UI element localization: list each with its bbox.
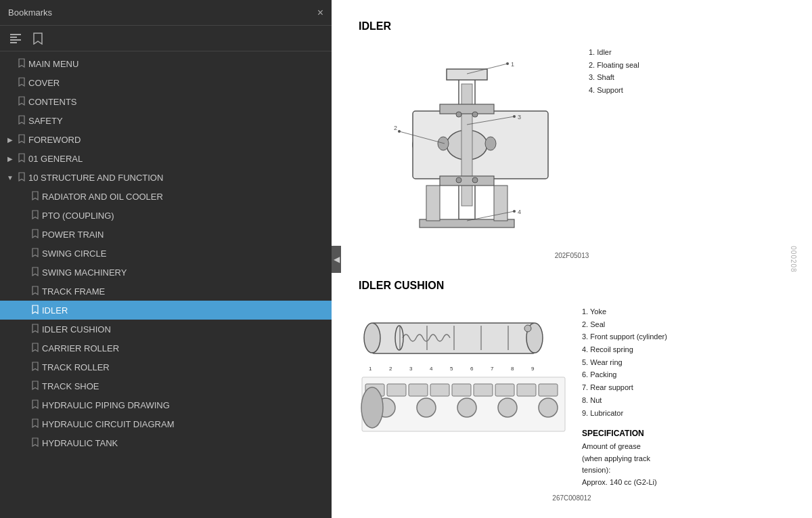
bookmark-label-contents: CONTENTS bbox=[28, 97, 77, 107]
bookmark-label-radiator: RADIATOR AND OIL COOLER bbox=[42, 192, 163, 202]
svg-text:4: 4 bbox=[518, 209, 521, 215]
idler-diagram: 1 2 3 4 bbox=[359, 43, 575, 246]
idler-diagram-container: 1 2 3 4 1. Idler 2. Floating seal 3. Sha… bbox=[359, 43, 785, 246]
svg-rect-0 bbox=[10, 34, 21, 35]
bookmark-flag-icon bbox=[31, 210, 39, 221]
bookmark-item-10-structure[interactable]: 10 STRUCTURE AND FUNCTION bbox=[0, 168, 332, 187]
bookmark-label-track-shoe: TRACK SHOE bbox=[42, 381, 99, 391]
expand-arrow-10-structure[interactable] bbox=[5, 173, 15, 182]
bookmark-flag-icon bbox=[31, 418, 39, 430]
cushion-legend-item-2: 2. Seal bbox=[582, 318, 667, 331]
bookmark-flag-icon bbox=[31, 381, 39, 392]
panel-toggle-button[interactable]: ◀ bbox=[332, 246, 341, 273]
bookmark-label-hydraulic-piping: HYDRAULIC PIPING DRAWING bbox=[42, 400, 170, 410]
svg-rect-10 bbox=[461, 84, 472, 206]
bookmark-flag-icon bbox=[31, 437, 39, 449]
svg-rect-50 bbox=[452, 384, 471, 396]
svg-rect-12 bbox=[440, 176, 494, 186]
svg-point-29 bbox=[513, 115, 516, 118]
idler-legend: 1. Idler 2. Floating seal 3. Shaft 4. Su… bbox=[589, 43, 639, 246]
svg-point-58 bbox=[498, 398, 517, 417]
bookmark-item-hydraulic-tank[interactable]: HYDRAULIC TANK bbox=[0, 433, 332, 452]
bookmark-item-hydraulic-piping[interactable]: HYDRAULIC PIPING DRAWING bbox=[0, 395, 332, 414]
bookmark-item-cover[interactable]: COVER bbox=[0, 73, 332, 92]
cushion-legend-item-6: 6. Packing bbox=[582, 368, 667, 381]
svg-text:2: 2 bbox=[389, 366, 392, 372]
bookmark-item-power-train[interactable]: POWER TRAIN bbox=[0, 225, 332, 244]
bookmark-item-hydraulic-circuit[interactable]: HYDRAULIC CIRCUIT DIAGRAM bbox=[0, 414, 332, 433]
svg-point-44 bbox=[524, 325, 531, 332]
bookmark-flag-icon bbox=[18, 96, 26, 108]
bookmark-flag-icon bbox=[18, 58, 26, 70]
bookmark-flag-icon bbox=[31, 305, 39, 316]
svg-rect-2 bbox=[10, 39, 21, 41]
bookmark-label-foreword: FOREWORD bbox=[28, 135, 81, 145]
bookmark-view-button[interactable] bbox=[30, 31, 46, 46]
spec-title: SPECIFICATION bbox=[582, 429, 667, 438]
svg-text:2: 2 bbox=[394, 125, 397, 131]
list-icon bbox=[9, 33, 22, 45]
bookmarks-list: MAIN MENU COVER CONTENTS SAFETY FOREWORD… bbox=[0, 51, 332, 518]
svg-rect-40 bbox=[453, 326, 455, 350]
svg-text:8: 8 bbox=[511, 366, 514, 372]
bookmark-item-contents[interactable]: CONTENTS bbox=[0, 92, 332, 111]
cushion-legend-item-9: 9. Lubricator bbox=[582, 407, 667, 420]
svg-text:4: 4 bbox=[430, 366, 433, 372]
idler-section: IDLER bbox=[359, 20, 785, 259]
expand-arrow-01-general[interactable] bbox=[5, 154, 15, 163]
svg-rect-3 bbox=[10, 42, 17, 43]
svg-point-60 bbox=[361, 387, 383, 428]
idler-cushion-diagram-container: 1 2 3 4 5 6 7 8 9 1. Yoke 2. Seal 3. Fro… bbox=[359, 303, 785, 489]
svg-rect-15 bbox=[494, 186, 508, 221]
idler-caption: 202F05013 bbox=[359, 252, 785, 259]
svg-point-21 bbox=[472, 177, 478, 183]
specification-box: SPECIFICATION Amount of grease(when appl… bbox=[582, 429, 667, 488]
bookmark-item-pto[interactable]: PTO (COUPLING) bbox=[0, 206, 332, 225]
idler-cushion-caption: 267C008012 bbox=[359, 494, 785, 502]
bookmark-item-track-frame[interactable]: TRACK FRAME bbox=[0, 282, 332, 301]
svg-point-57 bbox=[457, 398, 476, 417]
bookmark-flag-icon bbox=[31, 229, 39, 240]
bookmark-flag-icon bbox=[31, 324, 39, 335]
bookmark-label-carrier-roller: CARRIER ROLLER bbox=[42, 343, 119, 353]
svg-rect-11 bbox=[440, 104, 494, 114]
close-button[interactable]: × bbox=[317, 7, 323, 19]
bookmark-flag-icon bbox=[18, 77, 26, 89]
bookmark-item-idler-cushion[interactable]: IDLER CUSHION bbox=[0, 320, 332, 339]
bookmark-item-carrier-roller[interactable]: CARRIER ROLLER bbox=[0, 339, 332, 358]
bookmark-item-foreword[interactable]: FOREWORD bbox=[0, 130, 332, 149]
svg-point-19 bbox=[472, 112, 478, 117]
svg-rect-49 bbox=[430, 384, 449, 396]
bookmark-flag-icon bbox=[31, 400, 39, 411]
bookmark-item-swing-machinery[interactable]: SWING MACHINERY bbox=[0, 263, 332, 282]
bookmark-label-pto: PTO (COUPLING) bbox=[42, 211, 114, 221]
bookmark-label-safety: SAFETY bbox=[28, 116, 63, 126]
bookmark-item-safety[interactable]: SAFETY bbox=[0, 111, 332, 130]
bookmark-item-swing-circle[interactable]: SWING CIRCLE bbox=[0, 244, 332, 263]
svg-rect-14 bbox=[426, 186, 440, 221]
bookmark-item-idler[interactable]: IDLER bbox=[0, 301, 332, 320]
bookmark-flag-icon bbox=[31, 267, 39, 278]
cushion-legend-item-4: 4. Recoil spring bbox=[582, 343, 667, 356]
idler-svg: 1 2 3 4 bbox=[359, 43, 575, 246]
list-view-button[interactable] bbox=[7, 31, 24, 46]
bookmark-item-01-general[interactable]: 01 GENERAL bbox=[0, 149, 332, 168]
bookmark-item-main-menu[interactable]: MAIN MENU bbox=[0, 54, 332, 73]
side-text: 000208 bbox=[790, 246, 797, 272]
idler-cushion-title: IDLER CUSHION bbox=[359, 280, 785, 292]
idler-cushion-legend: 1. Yoke 2. Seal 3. Front support (cylind… bbox=[582, 303, 667, 419]
svg-point-26 bbox=[398, 130, 401, 133]
expand-arrow-foreword[interactable] bbox=[5, 135, 15, 144]
bookmark-label-hydraulic-circuit: HYDRAULIC CIRCUIT DIAGRAM bbox=[42, 419, 175, 429]
bookmark-label-10-structure: 10 STRUCTURE AND FUNCTION bbox=[28, 173, 163, 183]
idler-legend-item-2: 2. Floating seal bbox=[589, 59, 639, 72]
bookmark-item-track-shoe[interactable]: TRACK SHOE bbox=[0, 376, 332, 395]
bookmark-label-cover: COVER bbox=[28, 78, 60, 88]
svg-rect-38 bbox=[399, 326, 401, 350]
bookmark-item-radiator[interactable]: RADIATOR AND OIL COOLER bbox=[0, 187, 332, 206]
svg-rect-51 bbox=[474, 384, 493, 396]
bookmarks-title: Bookmarks bbox=[8, 7, 52, 18]
svg-text:1: 1 bbox=[511, 61, 514, 68]
bookmark-item-track-roller[interactable]: TRACK ROLLER bbox=[0, 358, 332, 376]
svg-point-18 bbox=[456, 112, 461, 117]
